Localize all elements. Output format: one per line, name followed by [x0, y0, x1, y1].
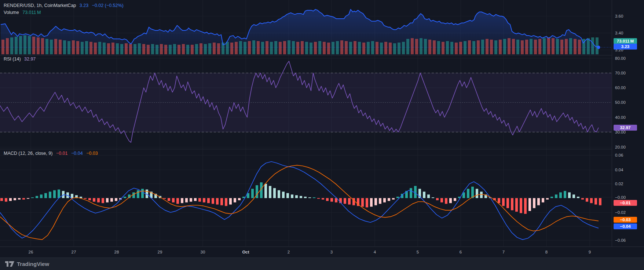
volume-label: Volume	[4, 10, 19, 15]
axis-tick-label: −0.06	[615, 238, 626, 242]
axis-value-badge: −0.01	[614, 200, 637, 206]
axis-tick-label: −0.02	[615, 210, 626, 215]
macd-histogram	[0, 182, 601, 214]
macd-header: MACD (12, 26, close, 9) −0.01 −0.04 −0.0…	[4, 151, 100, 156]
symbol-title[interactable]: RENDER/USD, 1h, CoinMarketCap	[4, 3, 76, 8]
pane-separator-price-rsi[interactable]	[0, 55, 612, 55]
tradingview-logo-text: TradingView	[17, 261, 49, 267]
macd-line-value: −0.04	[71, 151, 83, 156]
time-tick-label: 30	[201, 250, 205, 254]
time-tick-label: 3	[330, 250, 333, 254]
time-tick-label: 2	[288, 250, 290, 254]
axis-tick-label: 40.00	[615, 115, 626, 120]
axis-tick-label: −0.00	[615, 195, 626, 200]
time-tick-label: 29	[158, 250, 162, 254]
pane-separator-rsi-macd[interactable]	[0, 149, 612, 149]
axis-value-badge: 3.23	[614, 44, 637, 50]
axis-tick-label: 0.04	[615, 168, 623, 172]
volume-header: Volume 73.011 M	[4, 10, 43, 15]
time-tick-label: 27	[72, 250, 76, 254]
axis-tick-label: 0.02	[615, 182, 623, 186]
tradingview-chart-window: RENDER/USD, 1h, CoinMarketCap 3.23 −0.02…	[0, 0, 644, 270]
price-last-dot	[597, 46, 600, 49]
axis-value-badge: −0.04	[614, 223, 637, 229]
chart-canvas[interactable]	[0, 0, 612, 247]
time-tick-label: 8	[545, 250, 548, 254]
axis-tick-label: 3.60	[615, 14, 623, 18]
time-tick-label: 4	[374, 250, 376, 254]
volume-value: 73.011 M	[22, 10, 41, 15]
rsi-value: 32.97	[24, 56, 36, 62]
time-tick-label: 26	[29, 250, 33, 254]
footer-bar: TradingView	[0, 258, 644, 270]
last-price: 3.23	[80, 3, 88, 8]
time-tick-label: 28	[114, 250, 119, 254]
axis-tick-label: 70.00	[615, 71, 626, 75]
axis-tick-label: 80.00	[615, 56, 626, 61]
tradingview-logo-icon	[5, 261, 14, 267]
time-tick-label: 9	[589, 250, 591, 254]
axis-value-badge: −0.03	[614, 217, 637, 223]
time-tick-label: 7	[502, 250, 505, 254]
chart-plot-area[interactable]	[0, 0, 612, 247]
axis-tick-label: 20.00	[615, 145, 626, 149]
symbol-header: RENDER/USD, 1h, CoinMarketCap 3.23 −0.02…	[4, 3, 126, 8]
axis-tick-label: 3.40	[615, 31, 623, 35]
time-tick-label: 5	[417, 250, 419, 254]
tradingview-logo[interactable]: TradingView	[5, 261, 49, 267]
axis-tick-label: 0.06	[615, 153, 623, 157]
time-tick-label: 6	[460, 250, 462, 254]
axis-tick-label: 60.00	[615, 85, 626, 90]
rsi-title[interactable]: RSI (14)	[4, 56, 21, 62]
price-scale-axis[interactable]: 3.603.403.2080.0070.0060.0050.0040.0030.…	[612, 0, 644, 247]
rsi-header: RSI (14) 32.97	[4, 56, 38, 62]
price-change: −0.02 (−0.52%)	[92, 3, 124, 8]
time-tick-label: Oct	[242, 250, 249, 254]
macd-hist-value: −0.01	[56, 151, 68, 156]
axis-tick-label: 50.00	[615, 100, 626, 105]
macd-title[interactable]: MACD (12, 26, close, 9)	[4, 151, 52, 156]
macd-signal-value: −0.03	[86, 151, 98, 156]
time-scale-axis[interactable]: 2627282930Oct23456789	[0, 247, 644, 258]
axis-value-badge: 32.97	[614, 125, 637, 131]
axis-value-badge: 73.011 M	[614, 38, 637, 44]
